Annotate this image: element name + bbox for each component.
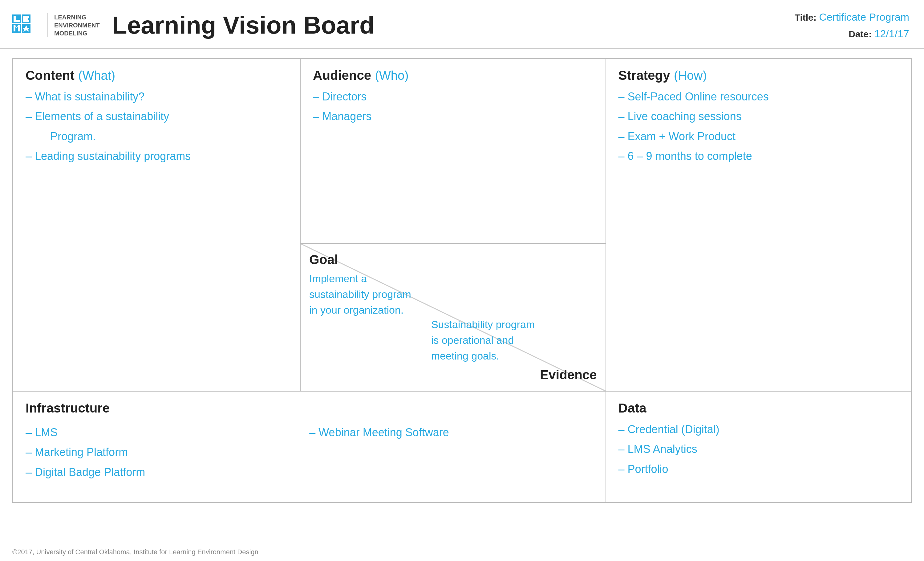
header: LEARNING ENVIRONMENT MODELING Learning V… — [0, 0, 924, 49]
evidence-line-2: is operational and — [431, 332, 597, 348]
svg-rect-7 — [23, 16, 29, 18]
data-item-2: – LMS Analytics — [618, 441, 898, 457]
strategy-handwritten: (How) — [674, 69, 707, 82]
data-item-1: – Credential (Digital) — [618, 422, 898, 437]
evidence-line-3: meeting goals. — [431, 348, 597, 364]
evidence-label: Evidence — [540, 368, 597, 382]
data-item-3: – Portfolio — [618, 462, 898, 477]
content-cell: Content (What) – What is sustainability?… — [13, 58, 300, 391]
title-value: Certificate Program — [819, 11, 909, 23]
audience-header: Audience (Who) — [313, 68, 593, 83]
infra-list-right: – Webinar Meeting Software — [309, 425, 593, 493]
goal-label: Goal — [309, 252, 338, 267]
footer-text: ©2017, University of Central Oklahoma, I… — [12, 548, 258, 556]
evidence-line-1: Sustainability program — [431, 317, 597, 332]
content-header: Content (What) — [26, 68, 288, 83]
infra-item-2: – Marketing Platform — [26, 444, 309, 460]
audience-item-1: – Directors — [313, 89, 593, 104]
evidence-text: Sustainability program is operational an… — [431, 317, 597, 364]
content-item-3: Program. — [26, 129, 288, 144]
infra-content: – LMS – Marketing Platform – Digital Bad… — [26, 418, 593, 493]
evidence-section: Sustainability program is operational an… — [423, 308, 606, 391]
strategy-item-4: – 6 – 9 months to complete — [618, 148, 898, 164]
page: LEARNING ENVIRONMENT MODELING Learning V… — [0, 0, 924, 561]
data-header: Data — [618, 401, 898, 416]
data-list: – Credential (Digital) – LMS Analytics –… — [618, 422, 898, 477]
svg-rect-5 — [14, 20, 20, 22]
page-title: Learning Vision Board — [112, 11, 795, 39]
date-label: Date: — [849, 29, 872, 39]
infra-header: Infrastructure — [26, 401, 593, 416]
goal-line-1: Implement a — [309, 271, 475, 286]
strategy-cell: Strategy (How) – Self-Paced Online resou… — [606, 58, 911, 391]
content-handwritten: (What) — [78, 69, 115, 82]
data-label: Data — [618, 401, 646, 415]
strategy-item-1: – Self-Paced Online resources — [618, 89, 898, 104]
logo-block: LEARNING ENVIRONMENT MODELING — [12, 13, 100, 37]
lem-logo — [12, 15, 40, 36]
title-label: Title: — [795, 12, 816, 22]
infra-item-3: – Digital Badge Platform — [26, 465, 309, 480]
svg-rect-8 — [23, 18, 28, 20]
content-item-2: – Elements of a sustainability — [26, 109, 288, 124]
svg-rect-9 — [23, 20, 29, 22]
strategy-item-2: – Live coaching sessions — [618, 109, 898, 124]
data-cell: Data – Credential (Digital) – LMS Analyt… — [606, 391, 911, 502]
goal-line-2: sustainability program — [309, 286, 475, 302]
infra-label: Infrastructure — [26, 401, 110, 415]
audience-label: Audience — [313, 68, 371, 82]
audience-handwritten: (Who) — [375, 69, 409, 82]
infra-item-4: – Webinar Meeting Software — [309, 425, 593, 440]
goal-evidence-cell: Goal Implement a sustainability program … — [300, 243, 606, 391]
board: Content (What) – What is sustainability?… — [0, 49, 924, 543]
logo-text: LEARNING ENVIRONMENT MODELING — [47, 13, 100, 37]
logo-line3: MODELING — [54, 29, 100, 37]
audience-item-2: – Managers — [313, 109, 593, 124]
infrastructure-cell: Infrastructure – LMS – Marketing Platfor… — [13, 391, 606, 502]
logo-line1: LEARNING — [54, 13, 100, 21]
logo-line2: ENVIRONMENT — [54, 21, 100, 29]
content-item-4: – Leading sustainability programs — [26, 148, 288, 164]
strategy-list: – Self-Paced Online resources – Live coa… — [618, 89, 898, 164]
audience-cell: Audience (Who) – Directors – Managers — [300, 58, 606, 243]
infra-list-left: – LMS – Marketing Platform – Digital Bad… — [26, 425, 309, 493]
content-item-1: – What is sustainability? — [26, 89, 288, 104]
audience-list: – Directors – Managers — [313, 89, 593, 124]
strategy-header: Strategy (How) — [618, 68, 898, 83]
infra-item-1: – LMS — [26, 425, 309, 440]
strategy-label: Strategy — [618, 68, 670, 82]
title-date-block: Title: Certificate Program Date: 12/1/17 — [795, 9, 909, 42]
strategy-item-3: – Exam + Work Product — [618, 129, 898, 144]
footer: ©2017, University of Central Oklahoma, I… — [0, 543, 924, 561]
board-grid: Content (What) – What is sustainability?… — [12, 58, 912, 503]
content-list: – What is sustainability? – Elements of … — [26, 89, 288, 164]
content-label: Content — [26, 68, 75, 82]
date-value: 12/1/17 — [874, 28, 909, 39]
title-row: Title: Certificate Program — [795, 9, 909, 25]
date-row: Date: 12/1/17 — [795, 25, 909, 42]
